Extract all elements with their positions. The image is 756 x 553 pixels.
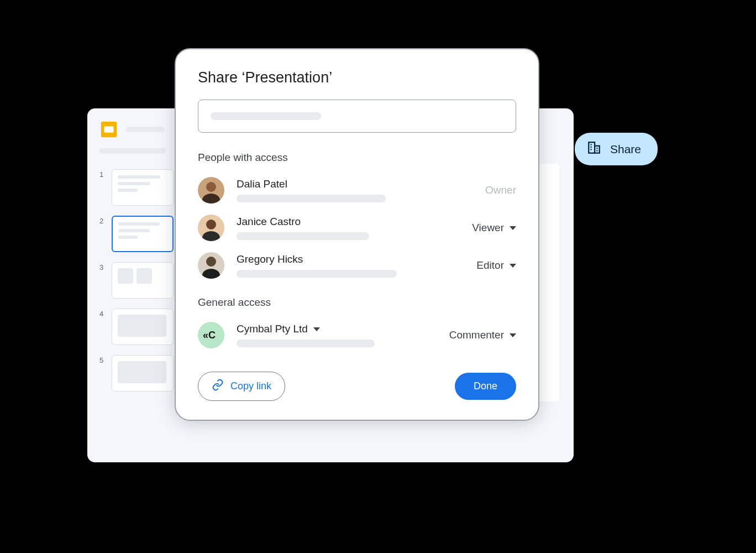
- done-label: Done: [474, 380, 497, 392]
- copy-link-button[interactable]: Copy link: [198, 372, 285, 401]
- chevron-down-icon: [510, 226, 516, 230]
- avatar: [198, 215, 224, 241]
- role-label: Editor: [476, 259, 504, 272]
- thumb-number: 5: [99, 355, 106, 364]
- copy-link-label: Copy link: [230, 380, 271, 392]
- org-scope-dropdown[interactable]: Cymbal Pty Ltd: [237, 323, 320, 335]
- svg-text:«C: «C: [203, 330, 216, 341]
- dialog-title: Share ‘Presentation’: [198, 69, 516, 86]
- role-dropdown[interactable]: Commenter: [449, 329, 516, 341]
- chevron-down-icon: [313, 327, 320, 331]
- link-icon: [212, 379, 224, 394]
- slides-logo-icon: [99, 121, 118, 138]
- toolbar-placeholder: [99, 148, 166, 154]
- general-access-row: «C Cymbal Pty Ltd Commenter: [198, 316, 516, 354]
- share-dialog: Share ‘Presentation’ People with access …: [175, 48, 539, 421]
- svg-rect-2: [589, 142, 595, 153]
- share-chip-label: Share: [610, 143, 641, 156]
- person-name: Dalia Patel: [237, 178, 473, 190]
- svg-rect-1: [104, 126, 113, 132]
- person-name: Gregory Hicks: [237, 253, 464, 265]
- email-placeholder: [237, 270, 397, 278]
- person-row: Janice Castro Viewer: [198, 209, 516, 247]
- chevron-down-icon: [510, 333, 516, 337]
- role-dropdown[interactable]: Viewer: [472, 222, 516, 234]
- role-label: Viewer: [472, 222, 504, 234]
- thumb-number: 4: [99, 309, 106, 318]
- avatar: [198, 252, 224, 279]
- doc-title-placeholder: [126, 127, 165, 132]
- slide-thumbnail[interactable]: [112, 355, 174, 392]
- share-button-chip[interactable]: Share: [575, 133, 658, 165]
- chevron-down-icon: [510, 264, 516, 268]
- done-button[interactable]: Done: [455, 373, 516, 400]
- org-avatar: «C: [198, 322, 224, 348]
- slide-thumbnail[interactable]: [112, 309, 174, 345]
- people-section-label: People with access: [198, 152, 516, 164]
- general-section-label: General access: [198, 296, 516, 309]
- svg-point-13: [206, 220, 216, 229]
- thumb-number: 2: [99, 216, 106, 225]
- role-dropdown[interactable]: Editor: [476, 259, 516, 272]
- email-placeholder: [237, 232, 369, 240]
- org-desc-placeholder: [237, 340, 375, 347]
- slide-thumbnail[interactable]: [112, 169, 174, 206]
- slide-thumbnail[interactable]: [112, 262, 174, 299]
- slide-thumbnail-selected[interactable]: [112, 216, 174, 252]
- svg-point-16: [206, 257, 216, 267]
- person-name: Janice Castro: [237, 216, 460, 228]
- thumb-number: 1: [99, 169, 106, 179]
- role-label: Commenter: [449, 329, 504, 341]
- role-label-owner: Owner: [485, 184, 516, 196]
- people-input[interactable]: [198, 100, 516, 133]
- avatar: [198, 177, 224, 204]
- email-placeholder: [237, 195, 386, 202]
- org-name: Cymbal Pty Ltd: [237, 323, 308, 335]
- svg-rect-3: [595, 146, 600, 153]
- person-row: Gregory Hicks Editor: [198, 247, 516, 284]
- input-placeholder-bar: [211, 112, 321, 120]
- svg-point-10: [206, 182, 216, 192]
- thumb-number: 3: [99, 262, 106, 272]
- building-icon: [587, 140, 601, 158]
- person-row: Dalia Patel Owner: [198, 171, 516, 209]
